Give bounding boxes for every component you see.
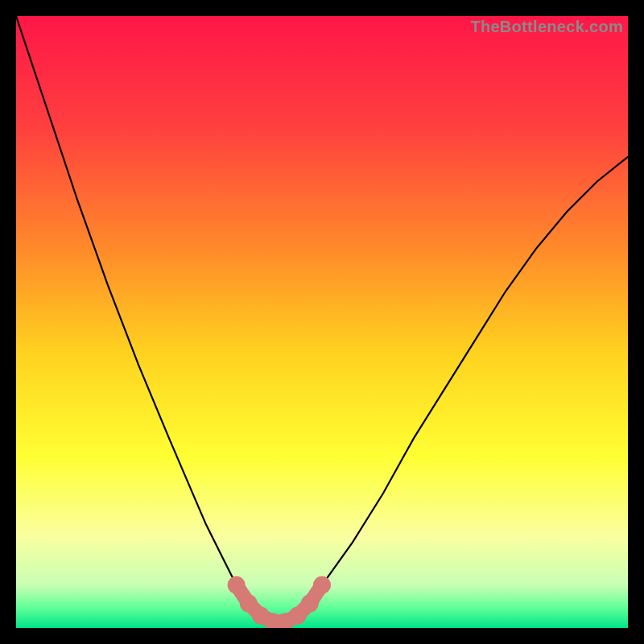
optimal-point-marker — [301, 595, 319, 613]
chart-frame: TheBottleneck.com — [16, 16, 628, 628]
bottleneck-chart — [16, 16, 628, 628]
watermark-text: TheBottleneck.com — [470, 18, 623, 36]
optimal-point-marker — [313, 576, 331, 594]
gradient-background — [16, 16, 628, 628]
optimal-point-marker — [228, 576, 246, 594]
